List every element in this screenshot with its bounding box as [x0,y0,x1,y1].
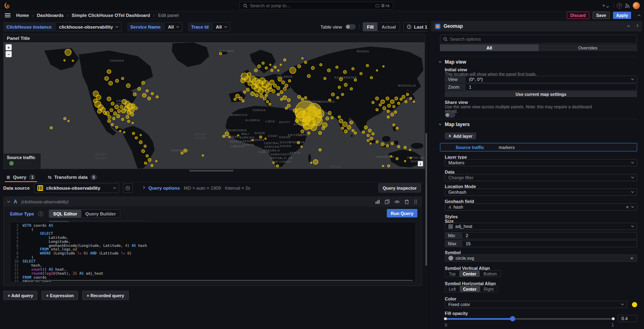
map-marker[interactable] [350,88,353,90]
map-marker[interactable] [107,97,111,101]
map-marker[interactable] [280,64,281,66]
map-marker[interactable] [65,49,71,56]
recorded-query-button[interactable]: + Recorded query [82,291,128,300]
map-marker[interactable] [370,77,373,79]
map-marker[interactable] [265,67,268,69]
map-marker[interactable] [328,99,331,101]
map-marker[interactable] [124,131,125,133]
expression-button[interactable]: + Expression [41,291,78,300]
clear-icon[interactable]: ✕ [630,256,634,261]
clear-icon[interactable]: ✕ [626,205,629,209]
map-marker[interactable] [379,104,382,106]
grafana-logo-icon[interactable] [3,2,10,9]
map-marker[interactable] [223,135,225,137]
map-marker[interactable] [202,155,204,156]
breadcrumb-item[interactable]: Edit panel [158,13,179,18]
map-marker[interactable] [381,143,384,146]
tab-query[interactable]: ≣Query1 [6,172,35,182]
map-marker[interactable] [409,149,411,151]
map-marker[interactable] [242,100,244,102]
display-mode-fill[interactable]: Fill [363,23,378,31]
map-marker[interactable] [295,119,298,122]
map-marker[interactable] [381,100,385,104]
map-marker[interactable] [354,79,357,81]
map-marker[interactable] [285,84,288,87]
map-marker[interactable] [120,106,123,109]
map-marker[interactable] [277,165,279,167]
map-marker[interactable] [120,130,121,132]
breadcrumb-item[interactable]: Dashboards [37,13,64,18]
map-marker[interactable] [258,65,261,68]
min-input[interactable]: 2 [462,232,637,239]
map-marker[interactable] [151,93,153,95]
add-query-button[interactable]: + Add query [3,291,37,300]
slider-handle[interactable] [510,316,515,321]
options-tab-overrides[interactable]: Overrides [539,44,637,51]
fill-opacity-slider[interactable] [445,318,614,320]
eye-icon[interactable] [394,199,400,204]
layer-row-source-traffic[interactable]: Source traffic markers [440,143,637,151]
variable-value-dropdown[interactable]: All [164,22,182,31]
map-marker[interactable] [114,112,117,115]
map-marker[interactable] [388,165,390,167]
map-marker[interactable] [148,97,151,100]
display-mode-actual[interactable]: Actual [378,23,400,31]
layer-type-select[interactable]: Markers [445,159,637,166]
news-rss-icon[interactable] [625,3,630,8]
map-marker[interactable] [116,79,119,83]
map-marker[interactable] [327,69,330,72]
map-marker[interactable] [269,103,271,106]
map-marker[interactable] [131,113,134,116]
map-marker[interactable] [117,114,120,118]
query-options-toggle[interactable]: Query options [149,186,180,190]
map-marker[interactable] [347,125,351,129]
map-marker[interactable] [116,126,118,128]
map-marker[interactable] [184,149,187,152]
map-marker[interactable] [146,155,149,157]
map-marker[interactable] [105,77,109,81]
save-button[interactable]: Save [592,12,610,19]
map-marker[interactable] [148,158,151,161]
map-marker[interactable] [398,145,400,148]
map-marker[interactable] [274,66,277,68]
map-marker[interactable] [331,93,334,96]
map-marker[interactable] [387,110,390,112]
map-marker[interactable] [368,129,372,132]
map-marker[interactable] [331,116,333,119]
map-marker[interactable] [386,145,389,147]
breadcrumb[interactable]: Home›Dashboards›Simple ClickHouse OTel D… [16,13,179,18]
map-marker[interactable] [64,117,66,120]
map-marker[interactable] [50,126,52,129]
map-marker[interactable] [387,116,390,118]
map-marker[interactable] [283,59,286,61]
help-icon[interactable]: ? [617,3,622,8]
map-marker[interactable] [413,101,415,103]
map-marker[interactable] [239,97,242,100]
map-marker[interactable] [382,165,384,167]
map-marker[interactable] [132,122,134,124]
valign-top[interactable]: Top [445,271,459,277]
valign-center[interactable]: Center [459,271,480,277]
map-marker[interactable] [140,134,142,136]
breadcrumb-item[interactable]: Home [16,13,29,18]
map-marker[interactable] [263,97,266,100]
map-marker[interactable] [247,72,251,77]
map-marker[interactable] [111,123,114,126]
zoom-input[interactable]: 1 [466,83,637,91]
map-marker[interactable] [142,149,145,153]
map-marker[interactable] [301,58,303,59]
chevron-down-icon[interactable] [627,24,630,27]
map-marker[interactable] [262,62,264,64]
drag-handle-icon[interactable] [414,199,417,204]
map-marker[interactable] [128,120,130,122]
map-marker[interactable] [108,115,111,118]
panel-title[interactable]: Panel Title [4,34,425,42]
map-marker[interactable] [341,127,344,129]
color-swatch[interactable] [632,302,637,307]
map-marker[interactable] [396,157,398,160]
map-marker[interactable] [316,110,324,118]
map-marker[interactable] [398,102,400,105]
map-marker[interactable] [360,72,362,75]
visualization-picker[interactable]: Geomap [431,21,642,31]
map-marker[interactable] [107,70,111,74]
